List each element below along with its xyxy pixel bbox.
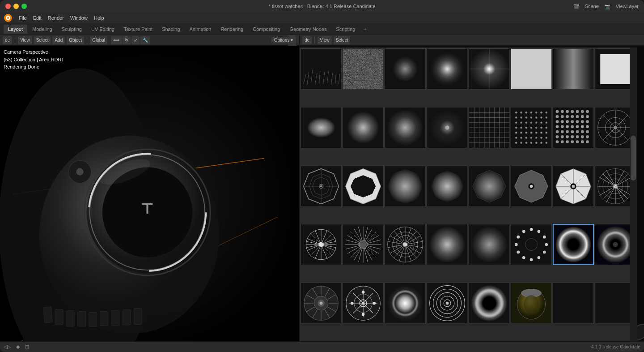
svg-point-342 <box>362 313 365 316</box>
texture-item-spotlight-cross[interactable] <box>469 48 510 90</box>
svg-point-170 <box>561 135 564 138</box>
maximize-button[interactable] <box>21 4 27 9</box>
options-button[interactable]: Options ▾ <box>271 37 296 43</box>
texture-item-gradient-linear[interactable] <box>553 48 594 90</box>
svg-point-147 <box>586 115 589 118</box>
tab-modeling[interactable]: Modeling <box>28 25 57 34</box>
tab-uv-editing[interactable]: UV Editing <box>87 25 119 34</box>
scale-icon[interactable]: ⤢ <box>131 36 140 44</box>
svg-point-119 <box>515 137 517 139</box>
texture-item-octagon-grid[interactable] <box>301 166 342 207</box>
right-viewport[interactable]: de View Select Camera Perspective (53) C… <box>300 35 644 341</box>
tab-sculpting[interactable]: Sculpting <box>57 25 86 34</box>
texture-item-disc-pattern[interactable] <box>301 283 342 324</box>
viewport-canvas[interactable] <box>0 46 299 341</box>
svg-point-313 <box>613 242 618 247</box>
tab-rendering[interactable]: Rendering <box>216 25 248 34</box>
svg-point-148 <box>556 120 559 123</box>
svg-point-152 <box>576 120 579 123</box>
svg-point-223 <box>572 185 575 188</box>
add-workspace-button[interactable]: + <box>360 25 370 34</box>
transform-icon[interactable]: ⟺ <box>111 36 122 44</box>
tab-shading[interactable]: Shading <box>157 25 184 34</box>
svg-point-136 <box>566 110 569 113</box>
menu-render[interactable]: Render <box>45 14 67 21</box>
texture-item-octagon-soft[interactable] <box>469 166 510 207</box>
menu-edit[interactable]: Edit <box>30 14 44 21</box>
mode-selector[interactable]: de <box>3 36 12 44</box>
view-menu[interactable]: View <box>18 36 32 44</box>
viewlayer-icon: 📷 <box>604 4 610 9</box>
texture-item-sunburst-lines[interactable] <box>343 224 384 265</box>
minimize-button[interactable] <box>13 4 19 9</box>
svg-point-289 <box>403 243 407 247</box>
texture-item-glare-ring[interactable] <box>385 283 426 324</box>
svg-point-91 <box>515 116 517 119</box>
texture-item-empty-1[interactable] <box>553 283 594 324</box>
texture-item-soft-blur[interactable] <box>385 48 426 90</box>
right-view-menu[interactable]: View <box>318 36 332 44</box>
texture-item-spoke-wheel[interactable] <box>343 283 384 324</box>
texture-item-radial-blur[interactable] <box>427 224 468 265</box>
left-viewport[interactable]: de View Select Add Object Global ⟺ ↻ ⤢ 🔧… <box>0 35 300 341</box>
menu-file[interactable]: File <box>16 14 30 21</box>
texture-item-dots-grid2[interactable] <box>553 107 594 148</box>
texture-item-soft-radial2[interactable] <box>469 224 510 265</box>
texture-browser[interactable] <box>300 47 637 341</box>
collection-label: (53) Collection | Area.HDRI <box>4 56 63 64</box>
svg-point-354 <box>471 285 508 322</box>
texture-item-dots-grid[interactable] <box>511 107 552 148</box>
svg-point-92 <box>520 116 522 119</box>
tab-texture-paint[interactable]: Texture Paint <box>119 25 157 34</box>
svg-point-143 <box>566 115 569 118</box>
right-mode-selector[interactable]: de <box>302 36 312 44</box>
texture-item-dots-circle[interactable] <box>511 224 552 265</box>
texture-item-concentric-rings[interactable] <box>427 283 468 324</box>
select-menu[interactable]: Select <box>34 36 51 44</box>
texture-item-dot-center[interactable] <box>427 107 468 148</box>
texture-item-octagon-blur2[interactable] <box>427 166 468 207</box>
tab-layout[interactable]: Layout <box>4 25 27 34</box>
texture-item-jar-photo[interactable] <box>511 283 552 324</box>
tab-scripting[interactable]: Scripting <box>331 25 360 34</box>
add-menu[interactable]: Add <box>52 36 65 44</box>
svg-point-181 <box>581 140 584 143</box>
texture-item-metal-grain[interactable] <box>343 48 384 90</box>
menu-window[interactable]: Window <box>68 14 90 21</box>
texture-item-octagon-white[interactable] <box>343 166 384 207</box>
tab-animation[interactable]: Animation <box>185 25 216 34</box>
texture-item-soft-ring[interactable] <box>469 283 510 324</box>
texture-item-octagon-starburst[interactable] <box>553 166 594 207</box>
texture-item-octagon-dot[interactable] <box>511 166 552 207</box>
right-select-menu[interactable]: Select <box>334 36 351 44</box>
texture-item-flower-pattern[interactable] <box>301 224 342 265</box>
texture-item-radial-medium[interactable] <box>385 107 426 148</box>
snap-icon[interactable]: 🔧 <box>140 36 150 44</box>
svg-point-118 <box>546 132 548 134</box>
menu-help[interactable]: Help <box>91 14 107 21</box>
texture-item-complex-flower[interactable] <box>385 224 426 265</box>
svg-point-180 <box>576 140 579 143</box>
scrollbar-thumb[interactable] <box>631 136 636 180</box>
texture-item-octagon-blur[interactable] <box>385 166 426 207</box>
tab-geometry-nodes[interactable]: Geometry Nodes <box>285 25 331 34</box>
texture-item-rect-blur[interactable] <box>301 107 342 148</box>
svg-point-125 <box>546 137 548 139</box>
global-toggle[interactable]: Global <box>90 36 107 44</box>
texture-grid <box>300 47 637 341</box>
object-menu[interactable]: Object <box>67 36 84 44</box>
texture-item-ring-selected[interactable] <box>553 224 594 265</box>
texture-item-gradient-radial[interactable] <box>427 48 468 90</box>
svg-point-358 <box>524 295 539 313</box>
close-button[interactable] <box>5 4 11 9</box>
tab-compositing[interactable]: Compositing <box>248 25 284 34</box>
texture-item-fabric-grid[interactable] <box>469 107 510 148</box>
svg-point-176 <box>556 140 559 143</box>
svg-point-299 <box>543 251 546 254</box>
rotate-icon[interactable]: ↻ <box>123 36 131 44</box>
svg-point-2 <box>7 17 9 19</box>
svg-point-155 <box>556 125 559 128</box>
texture-item-soft-radial[interactable] <box>343 107 384 148</box>
texture-item-white-solid[interactable] <box>511 48 552 90</box>
texture-item-grass-blur[interactable] <box>301 48 342 90</box>
